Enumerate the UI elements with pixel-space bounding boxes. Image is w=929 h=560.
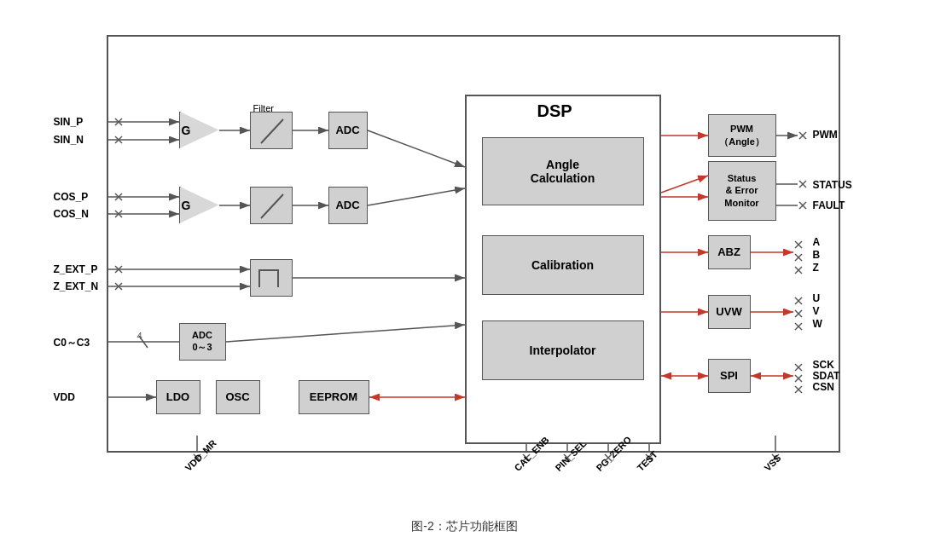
svg-line-90 [261,119,283,143]
block-interpolator: Interpolator [482,320,644,380]
block-status-error: Status & Error Monitor [708,161,776,221]
label-SDAT: SDAT [813,370,840,382]
block-filter1 [250,112,293,149]
label-DSP: DSP [537,101,572,121]
label-SIN-N: SIN_N [54,134,84,146]
label-CSN: CSN [813,381,834,393]
block-ADC03: ADC 0～3 [179,323,226,361]
label-VSS: VSS [762,452,782,472]
label-W: W [813,318,822,330]
block-calibration: Calibration [482,235,644,295]
caption: 图-2：芯片功能框图 [411,519,517,534]
label-VDD: VDD [54,391,75,403]
label-G2: G [182,199,191,212]
label-A: A [813,236,821,248]
block-angle-calc: Angle Calculation [482,137,644,205]
block-pwm-angle: PWM （Angle） [708,114,776,157]
label-C0-C3: C0～C3 [54,336,90,350]
block-ADC1: ADC [328,112,368,149]
block-SPI: SPI [708,359,751,393]
label-B: B [813,249,821,261]
block-ADC2: ADC [328,187,368,224]
label-bus4: 4 [137,331,142,341]
label-U: U [813,292,821,304]
label-COS-P: COS_P [54,191,89,203]
block-LDO: LDO [156,380,200,414]
label-FAULT: FAULT [813,199,845,211]
label-SIN-P: SIN_P [54,116,84,128]
page: SIN_P SIN_N COS_P COS_N Z_EXT_P Z_EXT_N … [0,0,929,560]
label-COS-N: COS_N [54,208,89,220]
block-UVW: UVW [708,295,751,329]
diagram: SIN_P SIN_N COS_P COS_N Z_EXT_P Z_EXT_N … [47,26,883,512]
svg-line-91 [261,194,283,218]
block-filter3 [250,259,293,297]
label-PWM: PWM [813,129,838,141]
block-ABZ: ABZ [708,235,751,269]
label-Z-EXT-P: Z_EXT_P [54,263,98,275]
block-EEPROM: EEPROM [299,380,369,414]
label-V: V [813,305,820,317]
block-OSC: OSC [216,380,260,414]
label-SCK: SCK [813,359,834,371]
label-G1: G [182,124,191,137]
label-Z: Z [813,262,819,274]
block-filter2 [250,187,293,224]
label-STATUS: STATUS [813,179,852,191]
label-Z-EXT-N: Z_EXT_N [54,280,99,292]
